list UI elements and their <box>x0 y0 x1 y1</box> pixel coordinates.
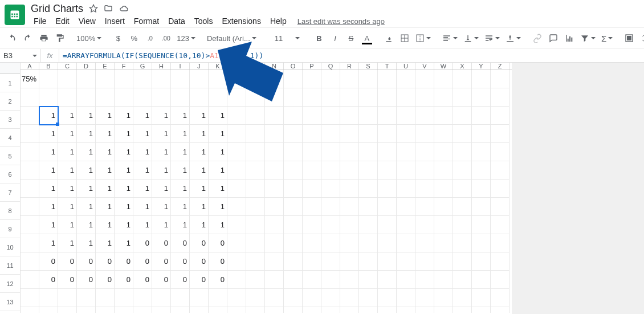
cell[interactable]: 1 <box>77 143 96 161</box>
undo-button[interactable] <box>5 31 19 46</box>
cell[interactable] <box>415 70 434 88</box>
cell[interactable]: 1 <box>39 180 58 198</box>
col-header-Q[interactable]: Q <box>321 63 340 70</box>
cell[interactable] <box>491 70 510 88</box>
cell[interactable] <box>340 198 359 216</box>
cell[interactable] <box>340 161 359 180</box>
row-header-1[interactable]: 1 <box>0 74 20 92</box>
cell[interactable] <box>415 107 434 125</box>
cell[interactable] <box>491 107 510 125</box>
col-header-B[interactable]: B <box>39 63 58 70</box>
cell[interactable] <box>359 252 378 271</box>
cell[interactable]: 75% <box>21 70 39 88</box>
cell[interactable]: 1 <box>190 198 209 216</box>
cell[interactable] <box>227 70 246 88</box>
cell[interactable] <box>265 252 284 271</box>
cell[interactable] <box>303 161 321 180</box>
cell[interactable]: 1 <box>209 161 227 180</box>
cell[interactable]: 1 <box>190 216 209 234</box>
menu-view[interactable]: View <box>75 15 100 27</box>
col-header-L[interactable]: L <box>227 63 246 70</box>
cell[interactable] <box>472 125 491 143</box>
cell[interactable]: 1 <box>115 198 133 216</box>
cell[interactable]: 0 <box>58 252 77 271</box>
select-all-corner[interactable] <box>0 63 20 74</box>
cell[interactable] <box>453 252 472 271</box>
cell[interactable] <box>378 70 397 88</box>
cell[interactable]: 0 <box>133 234 152 252</box>
cell[interactable] <box>21 307 39 313</box>
cell[interactable]: 1 <box>39 198 58 216</box>
cell[interactable]: 1 <box>58 107 77 125</box>
cell[interactable] <box>265 88 284 107</box>
cell[interactable] <box>58 70 77 88</box>
merge-cells-button[interactable] <box>413 34 433 43</box>
cell[interactable] <box>415 143 434 161</box>
cell[interactable] <box>491 198 510 216</box>
cell[interactable] <box>359 70 378 88</box>
cell[interactable] <box>96 88 115 107</box>
cell[interactable] <box>321 271 340 289</box>
cell[interactable] <box>359 180 378 198</box>
cell[interactable] <box>472 216 491 234</box>
star-icon[interactable] <box>89 4 98 13</box>
cell[interactable] <box>491 234 510 252</box>
cell[interactable]: 1 <box>96 216 115 234</box>
cell[interactable] <box>434 88 453 107</box>
fill-color-button[interactable] <box>381 31 396 46</box>
cell[interactable] <box>39 70 58 88</box>
cell[interactable] <box>453 198 472 216</box>
cell[interactable]: 1 <box>171 143 190 161</box>
row-header-13[interactable]: 13 <box>0 293 20 311</box>
cell[interactable] <box>453 143 472 161</box>
cell[interactable]: 0 <box>39 271 58 289</box>
text-color-button[interactable]: A <box>360 31 374 46</box>
cell[interactable]: 1 <box>171 125 190 143</box>
cell[interactable] <box>321 180 340 198</box>
cell[interactable] <box>190 289 209 307</box>
cell[interactable]: 1 <box>58 143 77 161</box>
cell[interactable] <box>415 216 434 234</box>
cell[interactable]: 1 <box>209 180 227 198</box>
cell[interactable] <box>491 180 510 198</box>
cell[interactable] <box>77 307 96 313</box>
row-header-2[interactable]: 2 <box>0 92 20 111</box>
cell[interactable]: 1 <box>190 143 209 161</box>
cell[interactable] <box>397 70 415 88</box>
cloud-status-icon[interactable] <box>119 4 129 13</box>
cell[interactable] <box>359 289 378 307</box>
cell[interactable] <box>378 252 397 271</box>
cell[interactable]: 1 <box>152 198 171 216</box>
cell[interactable]: 1 <box>115 125 133 143</box>
cell[interactable]: 0 <box>96 271 115 289</box>
cell[interactable] <box>209 70 227 88</box>
cell[interactable]: 0 <box>209 271 227 289</box>
cell[interactable] <box>321 216 340 234</box>
cell[interactable] <box>133 70 152 88</box>
font-size-select[interactable]: 11 <box>268 34 289 43</box>
cell[interactable] <box>472 198 491 216</box>
cell[interactable]: 1 <box>77 198 96 216</box>
cell[interactable]: 1 <box>190 161 209 180</box>
cell[interactable] <box>359 216 378 234</box>
cell[interactable] <box>415 307 434 313</box>
cell[interactable] <box>397 198 415 216</box>
cell[interactable] <box>378 88 397 107</box>
cell[interactable] <box>265 198 284 216</box>
row-header-11[interactable]: 11 <box>0 256 20 275</box>
cell[interactable] <box>397 107 415 125</box>
cell[interactable]: 1 <box>133 198 152 216</box>
cell[interactable] <box>378 161 397 180</box>
cell[interactable] <box>265 107 284 125</box>
row-header-9[interactable]: 9 <box>0 220 20 238</box>
cell[interactable] <box>246 198 265 216</box>
cell[interactable]: 1 <box>96 143 115 161</box>
cell[interactable] <box>303 143 321 161</box>
cell[interactable]: 1 <box>96 198 115 216</box>
cell[interactable] <box>303 216 321 234</box>
cell[interactable] <box>453 161 472 180</box>
menu-insert[interactable]: Insert <box>101 15 129 27</box>
cell[interactable] <box>284 88 303 107</box>
percent-format-button[interactable]: % <box>127 31 141 46</box>
cell[interactable] <box>491 289 510 307</box>
